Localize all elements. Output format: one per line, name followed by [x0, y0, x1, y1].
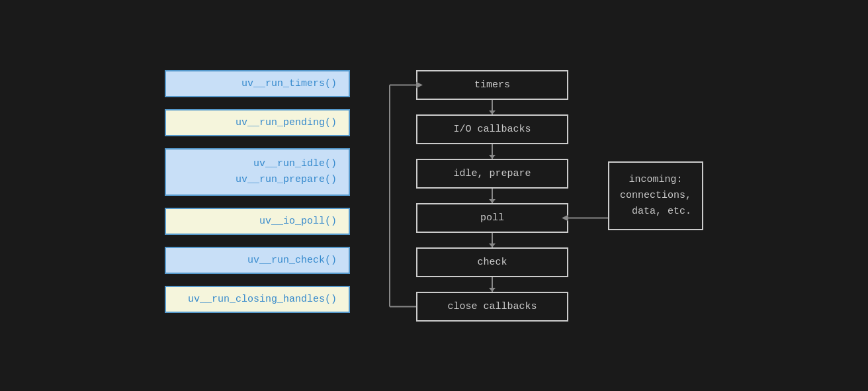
phase-close-callbacks: close callbacks — [416, 292, 568, 322]
phase-check-row: check — [416, 247, 568, 277]
phases: timers I/O callbacks idle, prepare poll … — [416, 70, 568, 322]
fn-check: uv__run_check() — [165, 247, 350, 274]
phase-idle: idle, prepare — [416, 159, 568, 189]
arrow-4 — [492, 233, 493, 247]
arrow-5 — [492, 277, 493, 292]
phase-timers-row: timers — [416, 70, 568, 100]
phase-poll: poll — [416, 203, 568, 233]
fn-idle: uv__run_idle()uv__run_prepare() — [165, 148, 350, 196]
phase-poll-row: poll — [416, 203, 568, 233]
phase-io-row: I/O callbacks — [416, 114, 568, 144]
fn-pending: uv__run_pending() — [165, 109, 350, 136]
arrow-2 — [492, 144, 493, 159]
phase-close-row: close callbacks — [416, 292, 568, 322]
right-section: timers I/O callbacks idle, prepare poll … — [416, 70, 703, 322]
arrow-3 — [492, 189, 493, 203]
arrow-1 — [492, 100, 493, 114]
incoming-box: incoming:connections, data, etc. — [608, 161, 703, 230]
fn-timers: uv__run_timers() — [165, 70, 350, 97]
phase-idle-row: idle, prepare — [416, 159, 568, 189]
fn-closing: uv__run_closing_handles() — [165, 286, 350, 313]
phase-timers: timers — [416, 70, 568, 100]
fn-poll: uv__io_poll() — [165, 208, 350, 235]
diagram: uv__run_timers() uv__run_pending() uv__r… — [165, 70, 703, 322]
phase-check: check — [416, 247, 568, 277]
phase-io-callbacks: I/O callbacks — [416, 114, 568, 144]
left-functions: uv__run_timers() uv__run_pending() uv__r… — [165, 70, 350, 313]
